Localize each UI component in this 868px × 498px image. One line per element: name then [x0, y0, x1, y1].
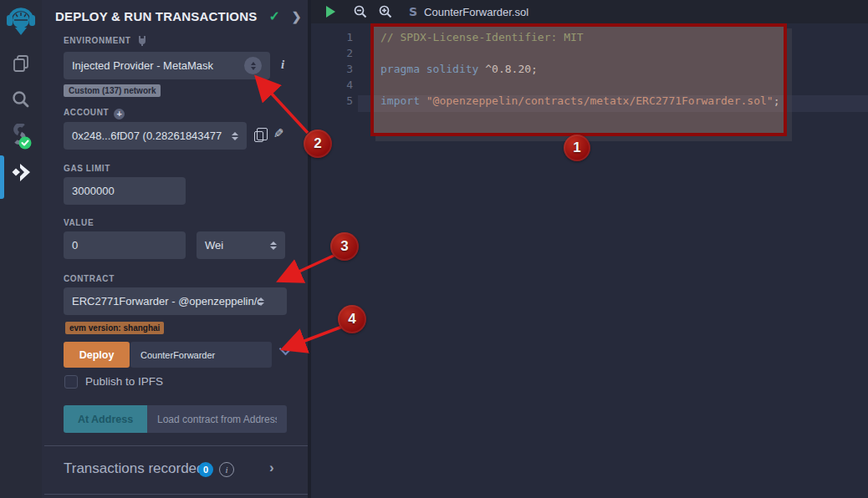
collapse-panel-chevron-icon[interactable]: ❯: [292, 10, 302, 23]
icon-sidebar: [0, 0, 42, 498]
panel-title: DEPLOY & RUN TRANSACTIONS: [55, 9, 257, 23]
annotation-circle-2: 2: [304, 130, 332, 158]
deploy-run-panel: DEPLOY & RUN TRANSACTIONS ✓ ❯ ENVIRONMEN…: [42, 0, 308, 498]
zoom-out-icon[interactable]: [354, 5, 367, 18]
remix-logo-icon[interactable]: [0, 4, 42, 38]
at-address-input[interactable]: [147, 405, 287, 433]
evm-version-badge: evm version: shanghai: [65, 322, 164, 334]
stepper-icon[interactable]: [232, 132, 238, 140]
contract-label: CONTRACT: [64, 274, 115, 283]
line-number: 4: [311, 77, 358, 93]
line-number: 2: [311, 45, 358, 61]
value-amount: 0: [72, 239, 78, 252]
code-highlight-box: [370, 23, 787, 136]
editor-toolbar: S CounterForwarder.sol: [311, 0, 868, 23]
contract-value: ERC2771Forwarder - @openzeppelin/c: [72, 295, 263, 307]
line-number: 3: [311, 61, 358, 77]
line-number: 1: [311, 29, 358, 45]
environment-value: Injected Provider - MetaMask: [72, 59, 213, 72]
divider: [44, 494, 308, 495]
active-plugin-indicator: [0, 155, 4, 199]
account-value: 0x248...6fD07 (0.28261843477: [72, 130, 222, 142]
environment-select[interactable]: Injected Provider - MetaMask: [64, 52, 270, 79]
line-number: 5: [311, 93, 358, 109]
zoom-in-icon[interactable]: [379, 5, 392, 18]
remix-ide-window: DEPLOY & RUN TRANSACTIONS ✓ ❯ ENVIRONMEN…: [0, 0, 868, 498]
account-select[interactable]: 0x248...6fD07 (0.28261843477: [64, 122, 247, 150]
stepper-icon[interactable]: [270, 241, 277, 250]
deploy-button[interactable]: Deploy: [64, 342, 130, 368]
gas-limit-label: GAS LIMIT: [64, 164, 110, 173]
constructor-args-field[interactable]: CounterForwarder: [130, 342, 272, 368]
environment-info-icon[interactable]: i: [281, 58, 284, 72]
annotation-circle-1: 1: [564, 135, 590, 161]
publish-ipfs-label: Publish to IPFS: [85, 375, 163, 388]
deploy-run-icon[interactable]: [0, 162, 42, 184]
value-label: VALUE: [64, 218, 94, 227]
environment-label: ENVIRONMENT: [64, 36, 131, 45]
annotation-circle-4: 4: [338, 305, 366, 333]
value-unit-select[interactable]: Wei: [197, 231, 285, 259]
compile-success-check-icon: ✓: [268, 8, 279, 24]
transactions-expand-chevron-icon[interactable]: ›: [269, 460, 274, 476]
value-unit: Wei: [205, 239, 223, 252]
contract-select[interactable]: ERC2771Forwarder - @openzeppelin/c: [64, 287, 287, 315]
annotation-circle-3: 3: [330, 232, 359, 261]
transactions-count-badge: 0: [198, 462, 213, 477]
expand-deploy-options-icon[interactable]: [279, 343, 293, 356]
gas-limit-value: 3000000: [72, 185, 115, 197]
constructor-args-value: CounterForwarder: [140, 350, 215, 360]
transactions-info-icon[interactable]: i: [219, 462, 234, 477]
publish-ipfs-checkbox[interactable]: [64, 375, 78, 389]
search-icon[interactable]: [0, 89, 42, 109]
code-area[interactable]: 1// SPDX-License-Identifier: MIT23pragma…: [311, 23, 868, 498]
gas-limit-input[interactable]: 3000000: [64, 177, 186, 205]
stepper-icon[interactable]: [244, 57, 262, 74]
add-account-icon[interactable]: +: [114, 109, 125, 119]
copy-account-icon[interactable]: [254, 131, 263, 142]
network-badge: Custom (137) network: [64, 84, 161, 97]
transactions-recorded-label: Transactions recorded: [64, 460, 205, 477]
code-editor: S CounterForwarder.sol 1// SPDX-License-…: [308, 0, 868, 498]
solidity-file-icon: S: [409, 5, 417, 18]
stepper-icon[interactable]: [258, 297, 264, 306]
account-label: ACCOUNT: [64, 108, 109, 117]
edit-account-icon[interactable]: ✎: [273, 126, 284, 141]
at-address-button[interactable]: At Address: [64, 405, 147, 433]
editor-tab-filename[interactable]: CounterForwarder.sol: [424, 6, 528, 18]
plug-icon: [137, 35, 147, 46]
file-explorer-icon[interactable]: [0, 53, 42, 74]
value-input[interactable]: 0: [64, 231, 186, 259]
solidity-compiler-icon[interactable]: [0, 124, 42, 150]
divider: [44, 445, 308, 446]
run-script-icon[interactable]: [325, 6, 335, 18]
